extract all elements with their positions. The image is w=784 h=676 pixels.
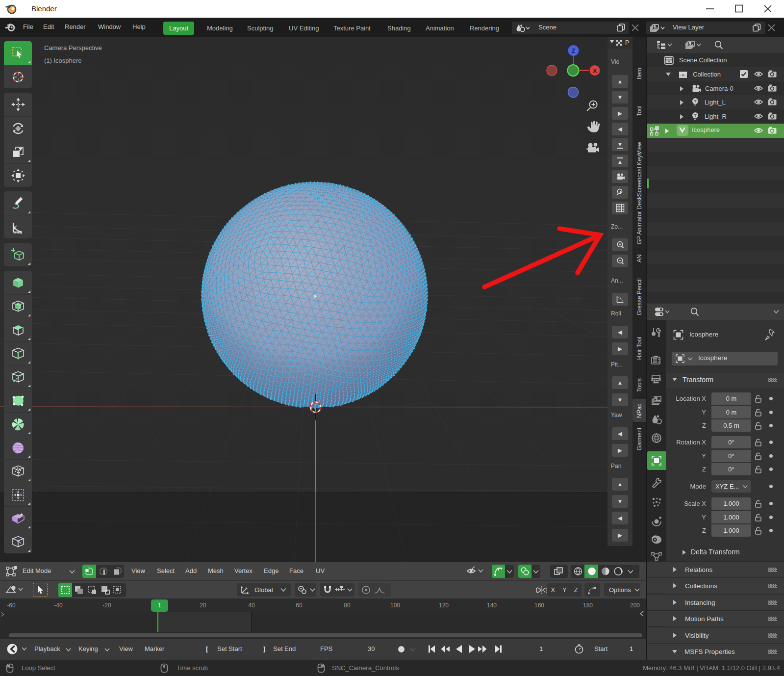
svg-text:Z: Z: [572, 47, 576, 54]
svg-text:X: X: [593, 67, 597, 75]
